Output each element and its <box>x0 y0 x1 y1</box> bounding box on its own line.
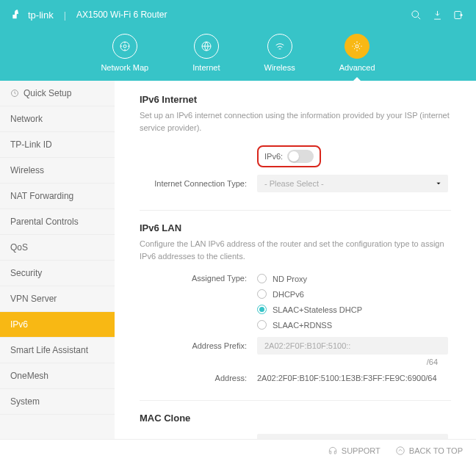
tab-internet[interactable]: Internet <box>192 34 220 72</box>
footer: SUPPORT BACK TO TOP <box>0 439 476 461</box>
section-ipv6-internet: IPv6 Internet Set up an IPv6 internet co… <box>140 94 451 192</box>
section-mac-clone: MAC Clone Router MAC Address: Use Defaul… <box>140 413 451 439</box>
prefix-input[interactable]: 2A02:2F0F:B10F:5100:: <box>257 337 448 355</box>
clock-icon <box>10 89 19 98</box>
sidebar-item-onemesh[interactable]: OneMesh <box>0 363 115 389</box>
assigned-type-radios: ND ProxyDHCPv6SLAAC+Stateless DHCPSLAAC+… <box>257 274 362 330</box>
sidebar-item-ipv6[interactable]: IPv6 <box>0 312 115 338</box>
section-title: MAC Clone <box>140 413 451 424</box>
section-title: IPv6 Internet <box>140 94 451 105</box>
sidebar-item-vpn-server[interactable]: VPN Server <box>0 286 115 312</box>
assigned-type-label: Assigned Type: <box>140 274 257 283</box>
headset-icon <box>328 446 338 456</box>
sidebar-item-system[interactable]: System <box>0 389 115 415</box>
radio-slaac-stateless-dhcp[interactable]: SLAAC+Stateless DHCP <box>257 305 362 314</box>
mac-select[interactable]: Use Default MAC Address <box>257 434 448 439</box>
search-icon[interactable] <box>411 10 422 21</box>
logout-icon[interactable] <box>453 10 464 21</box>
sidebar-item-security[interactable]: Security <box>0 261 115 286</box>
topbar: tp-link | AX1500 Wi-Fi 6 Router <box>0 0 476 29</box>
radio-dhcpv6[interactable]: DHCPv6 <box>257 289 362 299</box>
sidebar-item-network[interactable]: Network <box>0 106 115 132</box>
support-button[interactable]: SUPPORT <box>328 446 381 456</box>
model-name: AX1500 Wi-Fi 6 Router <box>76 10 167 20</box>
tab-advanced[interactable]: Advanced <box>339 34 375 72</box>
ipv6-toggle-highlight: IPv6: <box>257 145 321 167</box>
prefix-label: Address Prefix: <box>140 341 257 350</box>
address-value: 2A02:2F0F:B10F:5100:1E3B:F3FF:FE9C:6900/… <box>257 374 437 382</box>
svg-point-0 <box>412 10 419 17</box>
chevron-down-icon <box>435 180 442 187</box>
back-to-top-button[interactable]: BACK TO TOP <box>395 446 463 456</box>
svg-point-7 <box>397 446 405 454</box>
section-desc: Set up an IPv6 internet connection using… <box>140 109 451 134</box>
section-title: IPv6 LAN <box>140 222 451 233</box>
logo: tp-link | AX1500 Wi-Fi 6 Router <box>12 9 167 21</box>
brand-name: tp-link <box>28 10 54 21</box>
section-ipv6-lan: IPv6 LAN Configure the LAN IPv6 address … <box>140 222 451 382</box>
section-desc: Configure the LAN IPv6 address of the ro… <box>140 238 451 262</box>
ipv6-toggle-label: IPv6: <box>264 152 283 161</box>
sidebar-item-smart-life-assistant[interactable]: Smart Life Assistant <box>0 338 115 363</box>
conn-type-label: Internet Connection Type: <box>140 179 257 188</box>
radio-slaac-rdnss[interactable]: SLAAC+RDNSS <box>257 320 362 330</box>
conn-type-select[interactable]: - Please Select - <box>257 175 448 192</box>
content-panel: IPv6 Internet Set up an IPv6 internet co… <box>115 81 476 439</box>
sidebar-item-quick-setup[interactable]: Quick Setup <box>0 81 115 106</box>
led-icon[interactable] <box>432 10 443 21</box>
sidebar-item-tp-link-id[interactable]: TP-Link ID <box>0 132 115 158</box>
sidebar-item-qos[interactable]: QoS <box>0 235 115 261</box>
tab-network-map[interactable]: Network Map <box>101 34 148 72</box>
tplink-logo-icon <box>12 9 24 21</box>
arrow-up-icon <box>395 446 405 456</box>
sidebar-item-parental-controls[interactable]: Parental Controls <box>0 209 115 235</box>
address-label: Address: <box>140 374 257 382</box>
sidebar: Quick SetupNetworkTP-Link IDWirelessNAT … <box>0 81 115 439</box>
prefix-suffix: /64 <box>427 357 438 366</box>
svg-point-5 <box>356 45 358 48</box>
main-tabs: Network MapInternetWirelessAdvanced <box>0 29 476 72</box>
radio-nd-proxy[interactable]: ND Proxy <box>257 274 362 283</box>
sidebar-item-nat-forwarding[interactable]: NAT Forwarding <box>0 184 115 209</box>
sidebar-item-wireless[interactable]: Wireless <box>0 158 115 184</box>
tab-wireless[interactable]: Wireless <box>264 34 295 72</box>
ipv6-toggle[interactable] <box>287 150 314 163</box>
svg-point-2 <box>123 45 126 48</box>
